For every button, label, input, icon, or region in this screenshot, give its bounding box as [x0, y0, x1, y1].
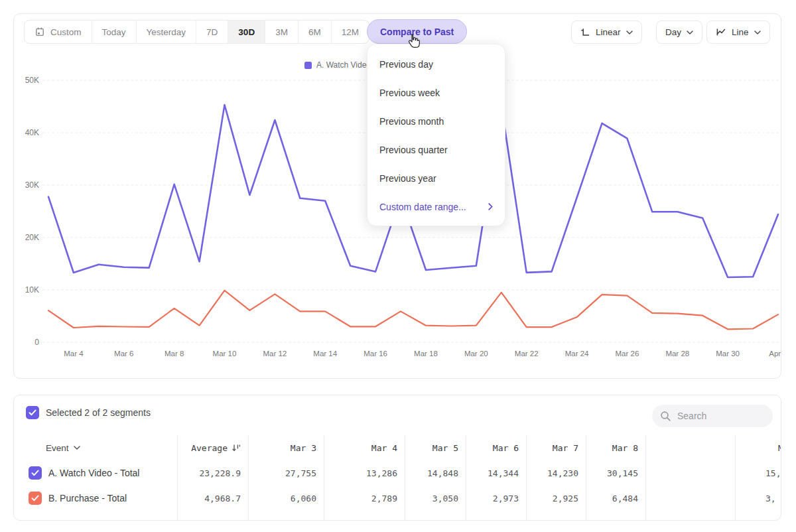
search-icon — [660, 411, 671, 422]
search-input[interactable] — [677, 411, 757, 421]
svg-text:Mar 30: Mar 30 — [716, 350, 740, 358]
svg-text:Mar 12: Mar 12 — [263, 350, 287, 358]
column-header-average[interactable]: Average — [178, 435, 249, 460]
table-row-purchase[interactable]: B. Purchase - Total — [14, 486, 178, 511]
row-label-purchase: B. Purchase - Total — [48, 493, 127, 503]
column-header-mar5: Mar 5 — [405, 435, 466, 460]
range-custom-label: Custom — [50, 27, 82, 37]
svg-text:Apr 1: Apr 1 — [769, 350, 782, 358]
cell-b-mar6: 2,973 — [466, 486, 527, 511]
select-all-checkbox[interactable] — [26, 406, 39, 419]
cell-b-mar7: 2,925 — [527, 486, 586, 511]
range-3m[interactable]: 3M — [265, 21, 298, 43]
svg-text:Mar 28: Mar 28 — [665, 350, 689, 358]
cell-b-mar9-clipped: 3, — [736, 486, 781, 511]
column-header-mar3: Mar 3 — [249, 435, 324, 460]
selected-segments-label: Selected 2 of 2 segments — [46, 407, 151, 418]
scale-dropdown[interactable]: Linear — [571, 21, 642, 44]
chevron-down-icon — [74, 446, 80, 450]
menu-item-previous-week[interactable]: Previous week — [367, 78, 505, 107]
chart-type-dropdown[interactable]: Line — [706, 21, 770, 44]
segments-panel: Selected 2 of 2 segments Event Average M… — [13, 395, 781, 521]
svg-text:Mar 10: Mar 10 — [213, 350, 237, 358]
chevron-right-icon — [488, 203, 493, 210]
range-6m[interactable]: 6M — [298, 21, 331, 43]
line-chart-icon — [716, 27, 726, 37]
check-icon — [31, 470, 39, 476]
cell-a-mar5: 14,848 — [405, 460, 466, 486]
cell-b-spacer — [646, 486, 736, 511]
cell-b-average: 4,968.7 — [178, 486, 249, 511]
column-header-mar7: Mar 7 — [527, 435, 586, 460]
svg-text:50K: 50K — [25, 76, 39, 85]
row-label-watch-video: A. Watch Video - Total — [48, 468, 139, 478]
chevron-down-icon — [687, 31, 693, 34]
range-yesterday[interactable]: Yesterday — [136, 21, 196, 43]
menu-item-previous-quarter[interactable]: Previous quarter — [367, 135, 505, 164]
column-header-mar8: Mar 8 — [586, 435, 646, 460]
svg-text:40K: 40K — [25, 128, 39, 137]
range-12m[interactable]: 12M — [331, 21, 369, 43]
range-custom[interactable]: Custom — [25, 21, 92, 43]
svg-text:20K: 20K — [25, 233, 39, 242]
menu-item-previous-day[interactable]: Previous day — [367, 50, 505, 78]
column-header-mar9-clipped: M — [736, 435, 781, 460]
menu-item-previous-month[interactable]: Previous month — [367, 107, 505, 135]
column-header-mar6: Mar 6 — [466, 435, 527, 460]
interval-dropdown[interactable]: Day — [656, 21, 702, 44]
cursor-pointer-icon — [406, 33, 421, 50]
cell-a-mar4: 13,286 — [324, 460, 405, 486]
svg-text:30K: 30K — [25, 180, 39, 190]
compare-to-past-menu: Previous day Previous week Previous mont… — [367, 44, 505, 226]
svg-text:Mar 14: Mar 14 — [313, 350, 337, 358]
svg-text:Mar 8: Mar 8 — [165, 350, 184, 358]
row-checkbox-purchase[interactable] — [29, 492, 42, 505]
range-7d[interactable]: 7D — [196, 21, 228, 43]
cell-a-mar3: 27,755 — [249, 460, 324, 486]
svg-text:Mar 26: Mar 26 — [616, 350, 639, 358]
svg-text:Mar 22: Mar 22 — [515, 350, 539, 358]
menu-item-previous-year[interactable]: Previous year — [367, 164, 505, 192]
cell-a-mar6: 14,344 — [466, 460, 527, 486]
svg-text:Mar 20: Mar 20 — [464, 350, 488, 358]
cell-b-mar4: 2,789 — [324, 486, 405, 511]
range-today[interactable]: Today — [92, 21, 136, 43]
column-header-event[interactable]: Event — [14, 435, 178, 460]
search-box[interactable] — [652, 405, 773, 427]
menu-item-custom-date-range[interactable]: Custom date range... — [367, 192, 505, 221]
cell-b-mar5: 3,050 — [405, 486, 466, 511]
check-icon — [31, 495, 39, 501]
segments-header: Selected 2 of 2 segments — [26, 406, 151, 419]
cell-b-mar8: 6,484 — [586, 486, 646, 511]
sort-icon — [232, 443, 241, 452]
svg-text:Mar 16: Mar 16 — [364, 350, 387, 358]
svg-text:Mar 18: Mar 18 — [414, 350, 438, 358]
linear-axis-icon — [580, 27, 590, 37]
cell-a-mar8: 30,145 — [586, 460, 646, 486]
svg-text:Mar 6: Mar 6 — [114, 350, 133, 358]
segments-table: Event Average Mar 3 Mar 4 Mar 5 Mar 6 Ma… — [14, 435, 781, 521]
cell-a-mar7: 14,230 — [527, 460, 586, 486]
cell-a-spacer — [646, 460, 736, 486]
svg-text:Mar 24: Mar 24 — [565, 350, 589, 358]
table-row-watch-video[interactable]: A. Watch Video - Total — [14, 460, 178, 486]
check-icon — [29, 409, 36, 416]
row-checkbox-watch-video[interactable] — [29, 466, 42, 480]
cell-b-mar3: 6,060 — [249, 486, 324, 511]
legend-swatch-a — [304, 62, 312, 69]
date-range-control: Custom Today Yesterday 7D 30D 3M 6M 12M — [24, 20, 369, 44]
chevron-down-icon — [626, 31, 633, 34]
svg-text:0: 0 — [34, 338, 39, 347]
range-30d-active[interactable]: 30D — [228, 21, 265, 43]
svg-text:Mar 4: Mar 4 — [64, 350, 84, 358]
cell-a-average: 23,228.9 — [178, 460, 249, 486]
column-header-spacer — [646, 435, 736, 460]
cell-a-mar9-clipped: 15, — [736, 460, 781, 486]
svg-text:10K: 10K — [25, 285, 39, 295]
calendar-icon — [34, 27, 45, 37]
column-header-mar4: Mar 4 — [324, 435, 405, 460]
chevron-down-icon — [754, 31, 761, 34]
